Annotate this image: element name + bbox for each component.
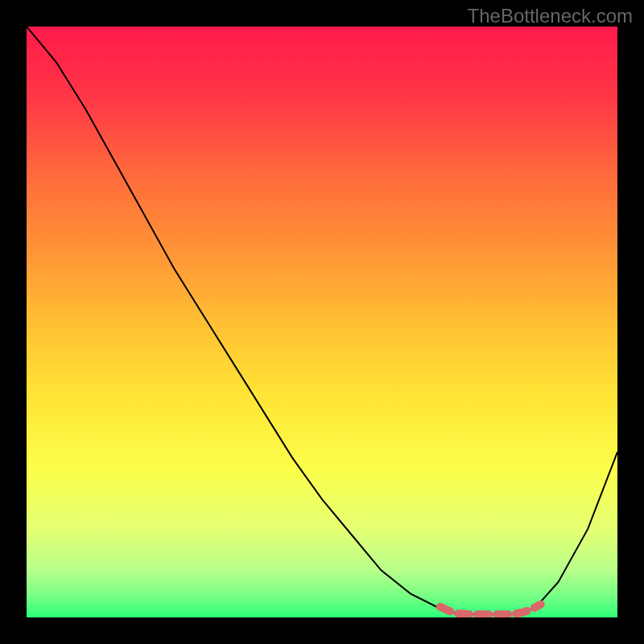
highlight-segment xyxy=(440,605,541,614)
curve-layer xyxy=(27,27,617,617)
plot-area xyxy=(27,27,617,617)
main-curve xyxy=(27,27,617,614)
watermark-text: TheBottleneck.com xyxy=(468,5,633,27)
